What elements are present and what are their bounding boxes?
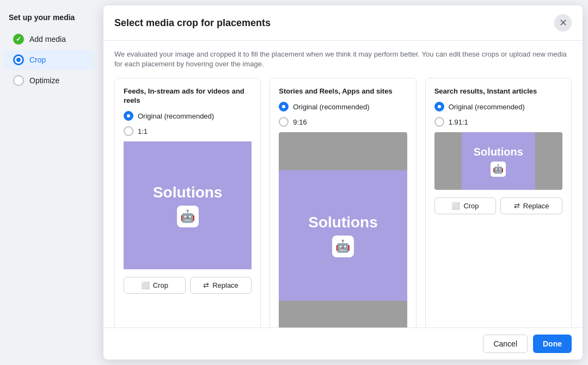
radio-circle-191-search <box>434 117 444 127</box>
search-image-text: Solutions <box>474 146 523 158</box>
search-center-content: Solutions 🤖 <box>462 132 535 190</box>
modal: Select media crop for placements ✕ We ev… <box>103 5 583 360</box>
modal-overlay: Select media crop for placements ✕ We ev… <box>98 0 588 365</box>
cancel-button[interactable]: Cancel <box>483 335 528 353</box>
replace-icon-search: ⇄ <box>514 202 520 210</box>
search-card-actions: ⬜ Crop ⇄ Replace <box>434 197 562 214</box>
stories-image-text: Solutions <box>308 214 378 231</box>
stories-bot-icon: 🤖 <box>332 236 354 257</box>
card-title-stories: Stories and Reels, Apps and sites <box>279 87 407 96</box>
sidebar-item-label-add-media: Add media <box>29 35 66 44</box>
search-left-bar <box>434 132 462 190</box>
sidebar-item-optimize[interactable]: Optimize <box>4 71 94 90</box>
modal-body: We evaluated your image and cropped it t… <box>103 41 583 327</box>
radio-original-search[interactable]: Original (recommended) <box>434 102 562 112</box>
search-image: Solutions 🤖 <box>434 132 562 190</box>
card-title-feeds: Feeds, In-stream ads for videos and reel… <box>124 87 252 106</box>
done-button[interactable]: Done <box>533 335 572 353</box>
crop-icon-search: ⬜ <box>451 202 460 210</box>
story-top-bar <box>279 132 407 170</box>
radio-circle-9-16-stories <box>279 117 289 127</box>
radio-circle-original-feeds <box>124 111 133 121</box>
placement-card-feeds: Feeds, In-stream ads for videos and reel… <box>114 78 261 327</box>
radio-label-original-stories: Original (recommended) <box>293 103 369 111</box>
radio-191-search[interactable]: 1.91:1 <box>434 117 562 127</box>
placement-card-search: Search results, Instant articles Origina… <box>425 78 572 327</box>
replace-icon-feeds: ⇄ <box>203 281 209 289</box>
search-crop-button[interactable]: ⬜ Crop <box>434 197 497 214</box>
optimize-icon <box>13 75 24 86</box>
cards-row: Feeds, In-stream ads for videos and reel… <box>114 78 572 327</box>
sidebar-item-add-media[interactable]: ✓ Add media <box>4 29 94 49</box>
search-bot-icon: 🤖 <box>491 162 506 177</box>
feeds-image: Solutions 🤖 <box>124 141 252 269</box>
radio-label-191-search: 1.91:1 <box>449 118 468 126</box>
modal-title: Select media crop for placements <box>114 17 271 29</box>
radio-label-9-16-stories: 9:16 <box>293 118 307 126</box>
search-replace-button[interactable]: ⇄ Replace <box>500 197 562 214</box>
radio-label-original-search: Original (recommended) <box>449 103 525 111</box>
feeds-card-actions: ⬜ Crop ⇄ Replace <box>124 277 252 294</box>
sidebar-item-label-optimize: Optimize <box>29 76 59 85</box>
radio-label-1-1-feeds: 1:1 <box>138 127 148 135</box>
card-title-search: Search results, Instant articles <box>434 87 562 96</box>
close-button[interactable]: ✕ <box>554 14 572 32</box>
placement-card-stories: Stories and Reels, Apps and sites Origin… <box>270 78 416 327</box>
modal-description: We evaluated your image and cropped it t… <box>114 50 572 69</box>
radio-circle-original-stories <box>279 102 289 112</box>
radio-original-feeds[interactable]: Original (recommended) <box>124 111 252 121</box>
radio-1-1-feeds[interactable]: 1:1 <box>124 126 252 136</box>
crop-icon <box>13 54 24 65</box>
modal-footer: Cancel Done <box>103 327 583 360</box>
radio-9-16-stories[interactable]: 9:16 <box>279 117 407 127</box>
sidebar: Set up your media ✓ Add media Crop Optim… <box>0 0 98 365</box>
radio-circle-original-search <box>434 102 444 112</box>
story-main: Solutions 🤖 <box>279 170 407 301</box>
sidebar-item-crop[interactable]: Crop <box>4 50 94 70</box>
feeds-replace-button[interactable]: ⇄ Replace <box>190 277 252 294</box>
feeds-bot-icon: 🤖 <box>177 206 199 227</box>
crop-icon-feeds: ⬜ <box>141 281 150 289</box>
radio-original-stories[interactable]: Original (recommended) <box>279 102 407 112</box>
sidebar-item-label-crop: Crop <box>29 55 46 64</box>
stories-image: Solutions 🤖 <box>279 132 407 327</box>
add-media-icon: ✓ <box>13 34 24 45</box>
search-right-bar <box>535 132 562 190</box>
radio-label-original-feeds: Original (recommended) <box>138 112 214 120</box>
feeds-image-text: Solutions <box>153 184 223 201</box>
modal-header: Select media crop for placements ✕ <box>103 5 583 41</box>
sidebar-title: Set up your media <box>0 9 98 28</box>
feeds-crop-button[interactable]: ⬜ Crop <box>124 277 186 294</box>
radio-circle-1-1-feeds <box>124 126 133 136</box>
story-bottom-bar <box>279 301 407 327</box>
